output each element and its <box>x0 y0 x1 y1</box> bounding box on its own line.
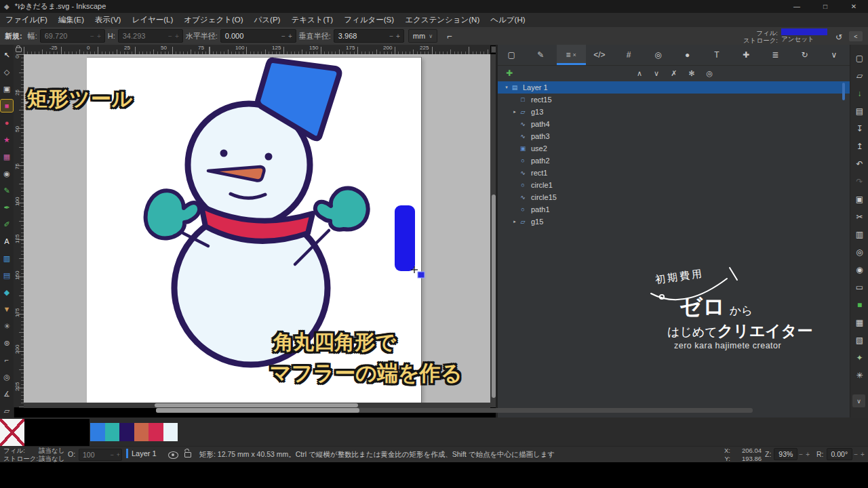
tab-text[interactable]: T <box>703 45 732 65</box>
spiral-tool[interactable]: ◉ <box>1 167 13 180</box>
layer-selector[interactable]: Layer 1 <box>126 449 157 458</box>
lower-button[interactable]: ∨ <box>654 69 659 78</box>
expander-icon[interactable]: ▸ <box>511 219 518 224</box>
tab-find[interactable]: ◎ <box>644 45 673 65</box>
tree-row[interactable]: ▾ ▤ Layer 1 <box>498 81 850 94</box>
mesh-tool[interactable]: ▤ <box>1 269 13 281</box>
swatch-salmon[interactable] <box>134 423 149 441</box>
fill-color-swatch[interactable] <box>781 28 827 35</box>
tree-row[interactable]: ∿ rect1 <box>498 167 850 179</box>
expander-icon[interactable]: ▾ <box>503 85 510 90</box>
reset-rotation-icon[interactable]: ↺ <box>835 33 842 42</box>
swatch-blue[interactable] <box>90 423 105 441</box>
calligraphy-tool[interactable]: ✐ <box>1 218 13 230</box>
swatch-navy[interactable] <box>119 423 134 441</box>
expander-icon[interactable]: ▸ <box>511 109 518 115</box>
collapse-toolbar-button[interactable]: < <box>849 31 863 41</box>
tab-xml-editor[interactable]: </> <box>586 45 615 65</box>
copy-button[interactable]: ▣ <box>853 192 866 205</box>
tree-row[interactable]: ∿ path4 <box>498 118 850 130</box>
rx-input[interactable]: 0.000 −+ <box>220 29 296 43</box>
swatch-pale-blue[interactable] <box>163 423 178 441</box>
swatch-none[interactable] <box>0 419 24 446</box>
menu-item[interactable]: テキスト(T) <box>285 15 338 25</box>
pencil-tool[interactable]: ✎ <box>1 184 13 197</box>
menu-item[interactable]: オブジェクト(O) <box>178 15 248 25</box>
tab-fill-stroke[interactable]: ✎ <box>527 45 556 65</box>
paste-button[interactable]: ▥ <box>853 228 866 241</box>
rectangle-tool[interactable]: ■ <box>1 100 13 112</box>
raise-button[interactable]: ∧ <box>637 69 642 78</box>
vertical-ruler[interactable]: 0255075100125150175200225 <box>14 54 24 407</box>
star-tool[interactable]: ★ <box>1 134 13 146</box>
menu-item[interactable]: パス(P) <box>249 15 286 25</box>
rotation-control[interactable]: R: 0.00° −+ <box>816 449 866 460</box>
commands-more-button[interactable]: ∨ <box>852 394 865 407</box>
tree-row[interactable]: ▸ ▱ g13 <box>498 106 850 118</box>
menu-item[interactable]: エクステンション(N) <box>399 15 485 25</box>
close-button[interactable]: ✕ <box>840 0 868 13</box>
fill-stroke-status[interactable]: フィル:該当なし ストローク:該当なし <box>3 447 64 463</box>
tree-row[interactable]: □ rect15 <box>498 94 850 106</box>
menu-item[interactable]: ヘルプ(H) <box>485 15 530 25</box>
measure-tool[interactable]: ∡ <box>1 388 13 400</box>
height-input[interactable]: 34.293 −+ <box>118 29 183 43</box>
new-document-button[interactable]: ▢ <box>853 52 866 64</box>
zoom-tool[interactable]: ◎ <box>1 371 13 383</box>
tree-row[interactable]: ∿ circle15 <box>498 191 850 203</box>
tab-symbols[interactable]: ✚ <box>732 45 762 65</box>
tree-row[interactable]: ▸ ▱ g15 <box>498 216 850 228</box>
tweak-tool[interactable]: ✳ <box>1 320 13 332</box>
print-button[interactable]: ▤ <box>853 104 866 117</box>
opacity-input[interactable]: 100 −+ <box>79 449 122 461</box>
tree-row[interactable]: ∿ path3 <box>498 130 850 142</box>
dropper-tool[interactable]: ◆ <box>1 286 13 298</box>
tree-scrollbar[interactable] <box>842 83 845 100</box>
shape-builder-tool[interactable]: ▣ <box>1 83 13 95</box>
menu-item[interactable]: ファイル(F) <box>0 15 53 25</box>
node-tool[interactable]: ◇ <box>1 66 13 78</box>
horizontal-scrollbar[interactable] <box>24 403 490 408</box>
undo-button[interactable]: ↶ <box>853 157 866 170</box>
zoom-control[interactable]: Z: 93% −+ <box>765 449 811 460</box>
tab-more[interactable]: ∨ <box>821 45 850 65</box>
restore-button[interactable]: □ <box>811 0 840 13</box>
paint-bucket-tool[interactable]: ▼ <box>1 303 13 315</box>
pages-tool[interactable]: ▱ <box>1 405 13 417</box>
open-document-button[interactable]: ▱ <box>853 69 866 82</box>
import-button[interactable]: ↧ <box>853 122 866 135</box>
tab-transform[interactable]: ↻ <box>791 45 821 65</box>
settings-button[interactable]: ✻ <box>688 69 694 78</box>
pen-tool[interactable]: ✒ <box>1 201 13 214</box>
canvas[interactable]: 矩形ツール 角丸四角形で マフラーの端を作る <box>24 54 490 403</box>
zoom-drawing-button[interactable]: ◉ <box>853 263 866 276</box>
spray-tool[interactable]: ⊛ <box>1 337 13 349</box>
tab-swatches[interactable]: # <box>615 45 644 65</box>
redo-button[interactable]: ↷ <box>853 175 866 188</box>
unit-select[interactable]: mm∨ <box>408 29 437 43</box>
layer-lock-icon[interactable] <box>184 452 191 458</box>
tab-export[interactable]: ● <box>674 45 703 65</box>
tab-align[interactable]: ≣ <box>762 45 791 65</box>
swatch-black-2[interactable] <box>57 419 90 446</box>
gradient-tool[interactable]: ▥ <box>1 252 13 264</box>
cut-button[interactable]: ✂ <box>853 210 866 223</box>
delete-button[interactable]: ✗ <box>671 69 677 78</box>
horizontal-ruler[interactable]: -250255075100125150175200225 <box>24 45 490 54</box>
sharp-corners-button[interactable]: ⌐ <box>447 31 452 41</box>
export-button[interactable]: ↥ <box>853 140 866 152</box>
clone-button[interactable]: ▦ <box>853 316 866 329</box>
ruler-lock-icon[interactable] <box>16 47 22 52</box>
add-layer-button[interactable]: ✚ <box>506 68 513 78</box>
connector-tool[interactable]: ⌐ <box>1 354 13 366</box>
tab-document[interactable]: ▢ <box>498 45 527 65</box>
tree-row[interactable]: ○ circle1 <box>498 179 850 191</box>
box-3d-tool[interactable]: ▦ <box>1 150 13 163</box>
menu-item[interactable]: 編集(E) <box>53 15 90 25</box>
selector-tool[interactable]: ↖ <box>1 49 13 61</box>
zoom-page-button[interactable]: ▭ <box>853 281 866 293</box>
text-tool[interactable]: A <box>1 235 13 247</box>
swatch-black[interactable] <box>24 419 57 446</box>
find-button[interactable]: ◎ <box>853 245 866 258</box>
tree-row[interactable]: ○ path2 <box>498 155 850 167</box>
